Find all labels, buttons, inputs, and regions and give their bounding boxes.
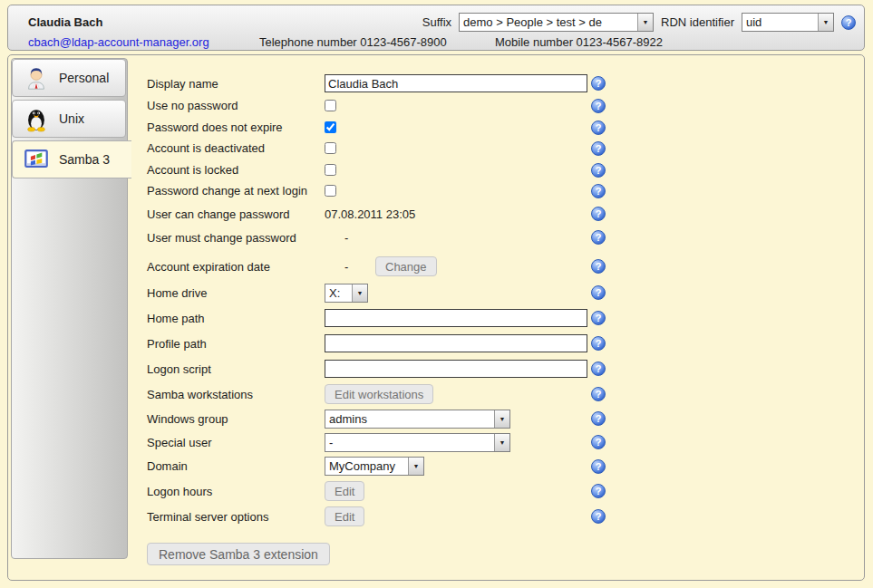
account-locked-checkbox[interactable] <box>325 164 336 176</box>
chevron-down-icon[interactable]: ▼ <box>494 410 509 428</box>
password-does-not-expire-checkbox[interactable] <box>325 121 336 133</box>
help-icon[interactable]: ? <box>591 387 606 401</box>
user-must-change-password-value: - <box>325 231 370 245</box>
password-change-next-login-checkbox[interactable] <box>325 185 336 197</box>
help-icon[interactable]: ? <box>591 459 606 474</box>
home-drive-value: X: <box>325 284 352 302</box>
row-windows-group: Windows group admins ▼ ? <box>147 409 611 429</box>
help-icon[interactable]: ? <box>591 336 606 351</box>
help-icon[interactable]: ? <box>591 259 606 274</box>
user-must-change-password-label: User must change password <box>147 231 325 245</box>
change-expiration-button[interactable]: Change <box>375 256 437 276</box>
help-icon[interactable]: ? <box>591 311 606 325</box>
row-special-user: Special user - ▼ ? <box>147 432 611 452</box>
row-use-no-password: Use no password ? <box>147 95 611 116</box>
windows-icon <box>23 146 50 173</box>
row-account-deactivated: Account is deactivated ? <box>147 138 611 159</box>
row-user-can-change-password: User can change password 07.08.2011 23:0… <box>147 203 611 225</box>
help-icon[interactable]: ? <box>591 435 606 449</box>
suffix-label: Suffix <box>422 15 451 29</box>
row-account-expiration-date: Account expiration date - Change ? <box>147 255 611 278</box>
display-name-label: Display name <box>147 77 325 91</box>
display-name-input[interactable] <box>325 74 587 92</box>
lam-page: Claudia Bach Suffix demo > People > test… <box>0 0 873 588</box>
account-locked-label: Account is locked <box>147 163 325 177</box>
email-link[interactable]: cbach@ldap-account-manager.org <box>28 35 209 49</box>
special-user-label: Special user <box>147 436 325 449</box>
help-icon[interactable]: ? <box>591 184 606 198</box>
help-icon[interactable]: ? <box>591 484 606 498</box>
use-no-password-checkbox[interactable] <box>325 100 336 111</box>
windows-group-select[interactable]: admins ▼ <box>325 410 510 429</box>
help-icon[interactable]: ? <box>591 163 606 178</box>
row-user-must-change-password: User must change password - ? <box>147 227 611 248</box>
row-display-name: Display name ? <box>147 72 611 94</box>
edit-logon-hours-button[interactable]: Edit <box>325 481 364 501</box>
tab-personal-label: Personal <box>59 71 109 85</box>
help-icon[interactable]: ? <box>591 411 606 426</box>
page-title: Claudia Bach <box>28 15 102 29</box>
help-icon[interactable]: ? <box>841 15 856 30</box>
password-change-next-login-label: Password change at next login <box>147 184 325 198</box>
home-path-label: Home path <box>147 312 325 325</box>
suffix-select[interactable]: demo > People > test > de ▼ <box>459 13 654 32</box>
edit-workstations-button[interactable]: Edit workstations <box>325 384 433 404</box>
chevron-down-icon[interactable]: ▼ <box>818 14 833 31</box>
account-expiration-date-value: - <box>325 260 370 274</box>
help-icon[interactable]: ? <box>591 207 606 221</box>
windows-group-value: admins <box>325 410 494 428</box>
profile-path-input[interactable] <box>325 334 587 352</box>
remove-samba-extension-button[interactable]: Remove Samba 3 extension <box>147 543 330 565</box>
help-icon[interactable]: ? <box>591 120 606 135</box>
suffix-select-value: demo > People > test > de <box>460 14 637 31</box>
help-icon[interactable]: ? <box>591 76 606 91</box>
domain-select[interactable]: MyCompany ▼ <box>325 457 424 476</box>
special-user-select[interactable]: - ▼ <box>325 433 510 452</box>
tab-samba3[interactable]: Samba 3 <box>12 140 131 178</box>
account-deactivated-label: Account is deactivated <box>147 141 325 155</box>
chevron-down-icon[interactable]: ▼ <box>494 434 509 451</box>
row-password-does-not-expire: Password does not expire ? <box>147 117 611 138</box>
chevron-down-icon[interactable]: ▼ <box>352 284 367 302</box>
mobile-number: Mobile number 0123-4567-8922 <box>495 35 663 49</box>
help-icon[interactable]: ? <box>591 230 606 245</box>
domain-value: MyCompany <box>325 458 408 475</box>
row-account-locked: Account is locked ? <box>147 159 611 180</box>
rdn-select-value: uid <box>742 14 818 31</box>
home-drive-label: Home drive <box>147 286 325 300</box>
help-icon[interactable]: ? <box>591 285 606 300</box>
help-icon[interactable]: ? <box>591 99 606 113</box>
home-drive-select[interactable]: X: ▼ <box>325 284 368 303</box>
header-controls: Suffix demo > People > test > de ▼ RDN i… <box>422 13 856 32</box>
rdn-identifier-select[interactable]: uid ▼ <box>742 13 834 32</box>
row-domain: Domain MyCompany ▼ ? <box>147 456 611 477</box>
tab-unix-label: Unix <box>59 111 84 126</box>
help-icon[interactable]: ? <box>591 509 606 524</box>
logon-script-label: Logon script <box>147 362 325 376</box>
person-icon <box>23 64 50 92</box>
windows-group-label: Windows group <box>147 412 325 426</box>
password-does-not-expire-label: Password does not expire <box>147 120 325 134</box>
row-password-change-next-login: Password change at next login ? <box>147 180 611 201</box>
row-samba-workstations: Samba workstations Edit workstations ? <box>147 383 611 405</box>
account-deactivated-checkbox[interactable] <box>325 142 336 154</box>
help-icon[interactable]: ? <box>591 141 606 156</box>
tux-icon <box>23 105 50 132</box>
edit-terminal-server-button[interactable]: Edit <box>325 506 364 526</box>
home-path-input[interactable] <box>325 309 587 327</box>
row-logon-hours: Logon hours Edit ? <box>147 480 611 502</box>
use-no-password-label: Use no password <box>147 99 325 112</box>
chevron-down-icon[interactable]: ▼ <box>408 458 423 475</box>
tab-unix[interactable]: Unix <box>12 100 126 138</box>
user-can-change-password-label: User can change password <box>147 207 325 221</box>
help-icon[interactable]: ? <box>591 361 606 376</box>
account-header: Claudia Bach Suffix demo > People > test… <box>7 5 865 51</box>
user-can-change-password-value: 07.08.2011 23:05 <box>325 207 415 221</box>
telephone-number: Telephone number 0123-4567-8900 <box>259 35 447 49</box>
account-expiration-date-label: Account expiration date <box>147 260 325 274</box>
chevron-down-icon[interactable]: ▼ <box>637 14 653 31</box>
special-user-value: - <box>325 434 494 451</box>
tab-samba3-label: Samba 3 <box>59 152 110 167</box>
logon-script-input[interactable] <box>325 360 587 378</box>
tab-personal[interactable]: Personal <box>12 59 126 97</box>
